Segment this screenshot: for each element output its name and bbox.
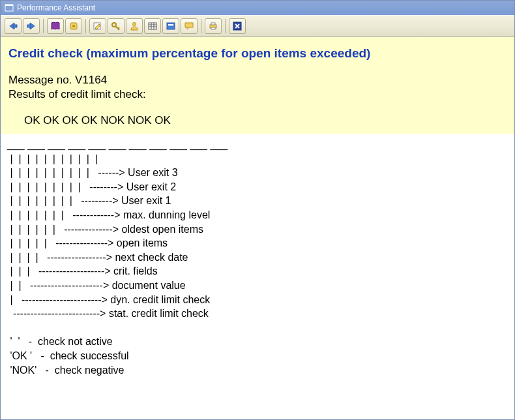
separator <box>85 19 86 33</box>
results-header: Results of credit limit check: <box>8 88 507 101</box>
close-box-icon <box>232 22 243 31</box>
print-button[interactable] <box>205 18 222 34</box>
window-icon <box>5 3 14 12</box>
svg-rect-1 <box>5 5 13 6</box>
print-icon <box>208 22 218 31</box>
tree-panel: ___ ___ ___ ___ ___ ___ ___ ___ ___ ___ … <box>1 134 514 383</box>
note-button[interactable] <box>162 18 179 34</box>
titlebar: Performance Assistant <box>1 1 514 15</box>
wrench-icon <box>68 22 79 31</box>
separator <box>43 19 44 33</box>
message-number: Message no. V1164 <box>8 74 507 87</box>
note-icon <box>166 22 176 31</box>
svg-rect-3 <box>27 25 31 27</box>
book-button[interactable] <box>47 18 64 34</box>
tech-info-button[interactable] <box>65 18 82 34</box>
arrow-right-icon <box>26 22 37 31</box>
book-icon <box>50 22 61 31</box>
key-icon <box>111 22 121 31</box>
grid-icon <box>147 22 158 31</box>
edit-button[interactable] <box>89 18 106 34</box>
message-title: Credit check (maximum percentage for ope… <box>8 46 507 61</box>
forward-button[interactable] <box>23 18 40 34</box>
svg-rect-11 <box>168 24 173 25</box>
svg-rect-14 <box>211 23 215 25</box>
window-title: Performance Assistant <box>17 3 95 12</box>
separator <box>201 19 201 33</box>
key-button[interactable] <box>108 18 125 34</box>
separator <box>225 19 226 33</box>
svg-rect-12 <box>168 25 173 26</box>
message-panel: Credit check (maximum percentage for ope… <box>1 37 514 134</box>
pencil-icon <box>93 22 103 31</box>
svg-rect-9 <box>149 23 156 29</box>
arrow-left-icon <box>8 22 18 31</box>
close-button[interactable] <box>229 18 246 34</box>
chat-icon <box>184 22 194 31</box>
toolbar <box>1 15 514 37</box>
chat-button[interactable] <box>181 18 198 34</box>
grid-button[interactable] <box>144 18 161 34</box>
svg-point-8 <box>133 23 136 26</box>
svg-rect-15 <box>211 27 215 29</box>
results-values: OK OK OK OK NOK NOK OK <box>8 114 507 127</box>
svg-point-5 <box>72 25 75 27</box>
back-button[interactable] <box>5 18 22 34</box>
person-icon <box>129 22 140 31</box>
person-button[interactable] <box>126 18 143 34</box>
svg-rect-2 <box>14 25 17 27</box>
